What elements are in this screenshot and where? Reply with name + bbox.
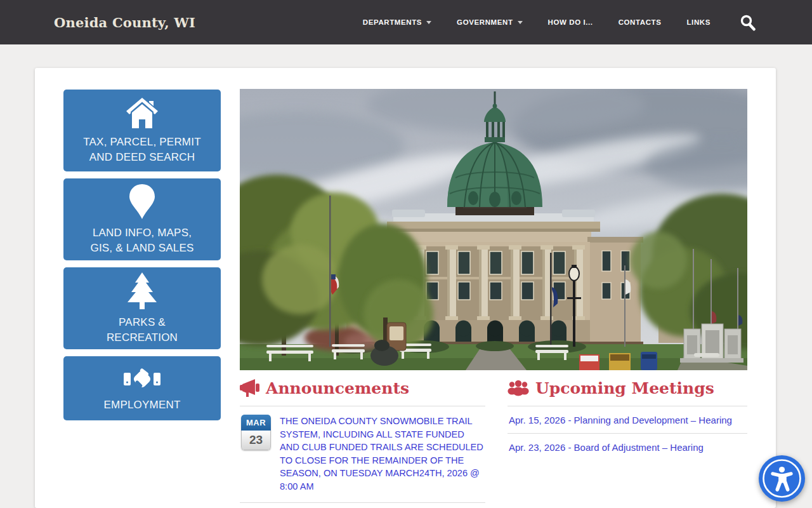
search-icon (739, 13, 757, 31)
home-icon (124, 97, 160, 130)
quick-link-label: LAND INFO, MAPS, GIS, & LAND SALES (87, 225, 198, 256)
meeting-link[interactable]: Apr. 15, 2026 - Planning and Development… (508, 406, 747, 433)
calendar-month: MAR (241, 415, 271, 431)
parks-recreation-button[interactable]: PARKS & RECREATION (63, 267, 221, 349)
quick-link-label: TAX, PARCEL, PERMIT AND DEED SEARCH (79, 135, 206, 165)
announcement-link[interactable]: THE ONEIDA COUNTY SNOWMOBILE TRAIL SYSTE… (280, 415, 485, 493)
announcement-item: MAR 23 THE ONEIDA COUNTY SNOWMOBILE TRAI… (240, 406, 485, 502)
upcoming-meetings-title: Upcoming Meetings (535, 379, 714, 398)
main-nav: DEPARTMENTS GOVERNMENT HOW DO I... CONTA… (363, 18, 710, 26)
courthouse-photo (240, 89, 747, 370)
nav-contacts[interactable]: CONTACTS (619, 18, 662, 26)
announcements-section: Announcements MAR 23 THE ONEIDA COUNTY S… (240, 377, 485, 508)
nav-links-label: LINKS (687, 18, 711, 26)
quick-link-label: PARKS & RECREATION (106, 315, 179, 345)
tax-parcel-search-button[interactable]: TAX, PARCEL, PERMIT AND DEED SEARCH (63, 90, 221, 171)
nav-departments-label: DEPARTMENTS (363, 18, 422, 26)
land-info-maps-button[interactable]: LAND INFO, MAPS, GIS, & LAND SALES (63, 178, 221, 260)
quick-link-label: EMPLOYMENT (103, 398, 180, 413)
search-button[interactable] (739, 13, 757, 31)
chevron-down-icon (426, 21, 431, 24)
street-boxes (579, 352, 657, 370)
announcement-item: MAR Seasonal Weight Restrictions effecti… (240, 503, 485, 508)
quick-links-sidebar: TAX, PARCEL, PERMIT AND DEED SEARCH LAND… (63, 90, 221, 427)
meeting-link[interactable]: Apr. 23, 2026 - Board of Adjustment – He… (508, 434, 747, 460)
chevron-down-icon (518, 21, 523, 24)
nav-links[interactable]: LINKS (687, 18, 711, 26)
nav-contacts-label: CONTACTS (619, 18, 662, 26)
site-title: Oneida County, WI (54, 15, 195, 30)
nav-departments[interactable]: DEPARTMENTS (363, 18, 431, 26)
handshake-icon (122, 364, 162, 392)
war-memorial (680, 324, 743, 363)
pine-tree-icon (125, 272, 159, 310)
hero-image (240, 89, 747, 370)
main-content-card: TAX, PARCEL, PERMIT AND DEED SEARCH LAND… (35, 68, 776, 508)
site-header: Oneida County, WI DEPARTMENTS GOVERNMENT… (0, 0, 812, 44)
nav-how-do-i-label: HOW DO I... (548, 18, 593, 26)
announcements-title: Announcements (266, 379, 409, 398)
nav-government[interactable]: GOVERNMENT (457, 18, 522, 26)
megaphone-icon (240, 379, 259, 397)
employment-button[interactable]: EMPLOYMENT (63, 356, 221, 420)
users-icon (508, 380, 529, 396)
upcoming-meetings-section: Upcoming Meetings Apr. 15, 2026 - Planni… (508, 377, 747, 460)
calendar-date-badge: MAR 23 (241, 415, 271, 450)
nav-how-do-i[interactable]: HOW DO I... (548, 18, 593, 26)
map-pin-icon (128, 184, 156, 220)
accessibility-icon (759, 455, 805, 502)
nav-government-label: GOVERNMENT (457, 18, 513, 26)
accessibility-widget-button[interactable] (759, 455, 805, 502)
calendar-day: 23 (241, 431, 271, 450)
